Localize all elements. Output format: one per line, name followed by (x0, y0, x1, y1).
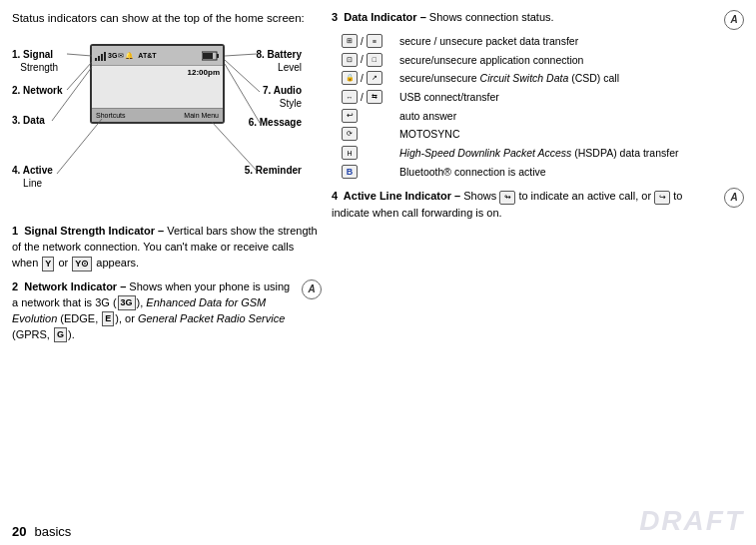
data-row-6: ⟳ MOTOSYNC (342, 127, 744, 142)
hsdpa-icon: H (342, 146, 358, 160)
svg-line-12 (225, 60, 260, 92)
status-icons: 3G ✉ 🔔 (95, 51, 134, 61)
data-row-3: 🔒 / ↗ secure/unsecure Circuit Switch Dat… (342, 71, 744, 86)
callout-network: 2. Network (12, 84, 63, 97)
svg-rect-5 (217, 54, 219, 58)
data-icon-cell-2: ⊡ / □ (342, 53, 391, 67)
intro-text: Status indicators can show at the top of… (12, 10, 322, 26)
data-row-1: ⊞ / ≡ secure / unsecure packet data tran… (342, 34, 744, 49)
secure-packet-icon: ⊞ (342, 34, 358, 48)
section-4-active-line: A 4 Active Line Indicator – Shows ↬ to i… (332, 188, 744, 222)
data-row-2: ⊡ / □ secure/unsecure application connec… (342, 53, 744, 68)
data-icon-cell-1: ⊞ / ≡ (342, 34, 391, 48)
signal-icon-2: Y⊙ (72, 257, 92, 272)
active-call-icon: ↬ (499, 191, 515, 205)
data-icon-cell-5: ↩ (342, 109, 391, 123)
callout-audio-style: 7. Audio Style (263, 84, 302, 110)
data-row-8: B Bluetooth® connection is active (342, 165, 744, 180)
callout-data: 3. Data (12, 114, 45, 127)
svg-line-11 (225, 54, 257, 56)
data-icon-cell-3: 🔒 / ↗ (342, 71, 391, 85)
auto-answer-icon: ↩ (342, 109, 358, 123)
data-icon-cell-7: H (342, 146, 391, 160)
data-desc-3: secure/unsecure Circuit Switch Data (CSD… (399, 71, 744, 86)
svg-rect-3 (104, 52, 106, 61)
svg-rect-6 (203, 53, 213, 59)
data-desc-5: auto answer (399, 109, 744, 124)
svg-line-13 (225, 64, 260, 123)
page-number: 20 (12, 524, 26, 539)
phone-screen: 3G ✉ 🔔 AT&T 12:00pm (90, 44, 225, 124)
callout-active-line: 4. Active Line (12, 164, 53, 190)
section-2-network: A 2 Network Indicator – Shows when your … (12, 279, 322, 343)
secure-app-icon: ⊡ (342, 53, 358, 67)
svg-rect-0 (95, 58, 97, 61)
motorola-icon-2: A (302, 279, 322, 299)
call-forward-icon: ↪ (654, 191, 670, 205)
signal-icon-1: Y (42, 257, 54, 272)
data-desc-7: High-Speed Downlink Packet Access (HSDPA… (399, 146, 744, 161)
carrier-text: AT&T (138, 52, 156, 59)
section-3-data: A 3 Data Indicator – Shows connection st… (332, 10, 744, 180)
usb-icon: ↔ (342, 90, 358, 104)
motorola-icon-3: A (724, 10, 744, 30)
draft-watermark: DRAFT (639, 505, 744, 537)
data-desc-6: MOTOSYNC (399, 127, 744, 142)
motorola-icon-4: A (724, 188, 744, 208)
usb-icon-2: ⇆ (367, 90, 382, 104)
data-desc-1: secure / unsecure packet data transfer (399, 34, 744, 49)
callout-message: 6. Message (249, 116, 302, 129)
svg-rect-1 (98, 56, 100, 61)
section-label: basics (34, 524, 71, 539)
svg-rect-2 (101, 54, 103, 61)
data-icon-cell-6: ⟳ (342, 127, 391, 141)
phone-time: 12:00pm (92, 66, 223, 79)
callout-signal-strength: 1. Signal Strength (12, 48, 58, 74)
svg-line-7 (67, 54, 92, 56)
data-icon-cell-4: ↔ / ⇆ (342, 90, 391, 104)
svg-line-10 (57, 119, 102, 174)
callout-battery-level: 8. Battery Level (256, 48, 302, 74)
data-desc-2: secure/unsecure application connection (399, 53, 744, 68)
callout-reminder: 5. Reminder (245, 164, 302, 177)
section-1-signal: 1 Signal Strength Indicator – Vertical b… (12, 224, 322, 272)
data-indicator-table: ⊞ / ≡ secure / unsecure packet data tran… (342, 34, 744, 180)
secure-csd-icon: 🔒 (342, 71, 358, 85)
unsecure-csd-icon: ↗ (367, 71, 382, 85)
data-icon-cell-8: B (342, 165, 391, 179)
motosync-icon: ⟳ (342, 127, 358, 141)
phone-diagram: 1. Signal Strength 2. Network 3. Data 4.… (12, 34, 302, 214)
page-footer: 20 basics (12, 524, 71, 539)
data-row-4: ↔ / ⇆ USB connect/transfer (342, 90, 744, 105)
data-desc-8: Bluetooth® connection is active (399, 165, 744, 180)
phone-nav-bar: Shortcuts Main Menu (92, 108, 223, 122)
bluetooth-icon: B (342, 165, 358, 179)
data-row-5: ↩ auto answer (342, 109, 744, 124)
data-row-7: H High-Speed Downlink Packet Access (HSD… (342, 146, 744, 161)
unsecure-app-icon: □ (367, 53, 382, 67)
phone-status-bar: 3G ✉ 🔔 AT&T (92, 46, 223, 66)
data-desc-4: USB connect/transfer (399, 90, 744, 105)
svg-line-8 (67, 62, 92, 90)
unsecure-packet-icon: ≡ (367, 34, 382, 48)
